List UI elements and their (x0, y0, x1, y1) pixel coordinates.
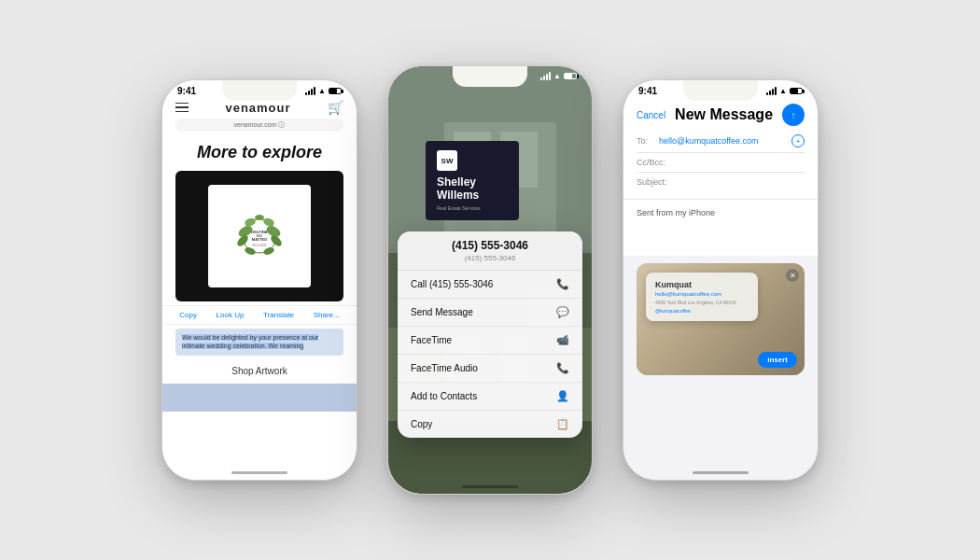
call-label: Call (415) 555-3046 (411, 279, 493, 289)
signal-icon (305, 87, 315, 95)
cart-icon[interactable]: 🛒 (328, 100, 343, 115)
battery-icon (329, 88, 342, 94)
call-icon: 📞 (556, 278, 569, 290)
status-time-3: 9:41 (638, 86, 657, 96)
card-inner: DELFINA AND MATTED 08.21.2021 (208, 185, 311, 287)
popup-add-contacts[interactable]: Add to Contacts 👤 (398, 383, 582, 411)
signal-icon-3 (766, 87, 777, 95)
message-icon: 💬 (556, 306, 569, 318)
popup-header: (415) 555-3046 (415) 555-3046 (398, 231, 582, 271)
home-indicator-3 (693, 471, 749, 474)
signal-icon-2 (540, 72, 551, 80)
share-btn[interactable]: Share... (310, 309, 343, 321)
action-popup: (415) 555-3046 (415) 555-3046 Call (415)… (398, 231, 582, 438)
biz-address: 4936 York Blvd Los Angeles, CA 90042 (655, 300, 749, 306)
body-text: Sent from my iPhone (637, 207, 805, 220)
status-icons-3: ▲ (766, 87, 803, 95)
facetime-audio-icon: 📞 (556, 362, 569, 374)
wreath-image: DELFINA AND MATTED 08.21.2021 (231, 208, 287, 264)
subject-label: Subject: (637, 177, 659, 187)
message-label: Send Message (411, 307, 473, 317)
hero-title: More to explore (175, 143, 343, 163)
svg-text:MATTED: MATTED (252, 237, 267, 242)
phone-number-sub: (415) 555-3046 (405, 254, 575, 262)
context-menu: Copy Look Up Translate Share... (162, 305, 357, 325)
highlighted-text: We would be delighted by your presence a… (182, 334, 318, 350)
insert-button[interactable]: insert (758, 352, 797, 368)
svg-point-7 (255, 215, 264, 220)
hero-section: More to explore (162, 137, 357, 171)
mail-header: Cancel New Message ↑ To: hello@kumquatco… (623, 98, 818, 200)
cc-field[interactable]: Cc/Bcc: (637, 153, 805, 173)
business-card-scanner: Kumquat hello@kumquatcoffee.com 4936 Yor… (637, 263, 805, 375)
add-recipient-button[interactable]: + (791, 134, 805, 147)
phone-number-display: (415) 555-3046 (405, 239, 575, 252)
logo-text: venamour (225, 101, 290, 115)
battery-icon-2 (564, 73, 577, 79)
facetime-audio-label: FaceTime Audio (411, 363, 478, 373)
battery-icon-3 (790, 88, 803, 94)
invitation-text: We would be delighted by your presence a… (182, 333, 337, 352)
add-contacts-icon: 👤 (556, 390, 569, 402)
svg-point-8 (244, 245, 257, 256)
wifi-icon-2: ▲ (553, 72, 561, 80)
close-card-button[interactable]: ✕ (786, 269, 799, 282)
compose-title: New Message (675, 106, 773, 123)
svg-point-9 (262, 245, 275, 256)
mail-header-top: Cancel New Message ↑ (637, 104, 805, 126)
cancel-button[interactable]: Cancel (637, 110, 665, 120)
to-label: To: (637, 136, 659, 146)
mail-body[interactable]: Sent from my iPhone (623, 200, 818, 256)
facetime-icon: 📹 (556, 334, 569, 346)
shop-label: Shop Artwork (231, 366, 287, 376)
popup-message[interactable]: Send Message 💬 (398, 299, 582, 327)
popup-facetime-audio[interactable]: FaceTime Audio 📞 (398, 355, 582, 383)
biz-name: Kumquat (655, 280, 749, 289)
status-icons-1: ▲ (305, 87, 342, 95)
to-value: hello@kumquatcoffee.com (659, 136, 791, 146)
translate-btn[interactable]: Translate (259, 309, 298, 321)
send-button[interactable]: ↑ (782, 104, 805, 126)
status-bar-2: ▲ (388, 66, 592, 82)
status-time-1: 9:41 (177, 86, 196, 96)
to-field[interactable]: To: hello@kumquatcoffee.com + (637, 130, 805, 153)
home-indicator-2 (462, 485, 518, 488)
sign-badge: SW (437, 150, 457, 171)
copy-icon-2: 📋 (556, 418, 569, 430)
business-card: Kumquat hello@kumquatcoffee.com 4936 Yor… (646, 273, 758, 321)
status-bar-1: 9:41 ▲ (162, 80, 357, 98)
url-bar[interactable]: venamour.com ⓘ (175, 119, 343, 132)
add-contacts-label: Add to Contacts (411, 391, 477, 401)
phone-3: 9:41 ▲ Cancel New Message ↑ To: hello@ku… (623, 79, 819, 481)
cc-label: Cc/Bcc: (637, 158, 659, 167)
phone-1: 9:41 ▲ venamour 🛒 venamour.com ⓘ More to… (161, 79, 357, 481)
status-icons-2: ▲ (540, 72, 577, 80)
popup-call[interactable]: Call (415) 555-3046 📞 (398, 271, 582, 299)
biz-email: hello@kumquatcoffee.com (655, 291, 749, 297)
copy-label: Copy (411, 419, 432, 429)
biz-website: @kumquatcoffee (655, 308, 749, 314)
footer-banner (162, 384, 357, 412)
product-card: DELFINA AND MATTED 08.21.2021 (175, 171, 343, 301)
sign-title: Real Estate Services (437, 205, 508, 212)
phone-2: ▲ SW Shelley Willems Real Estate Service… (387, 65, 593, 495)
copy-btn[interactable]: Copy (175, 309, 201, 321)
wifi-icon-3: ▲ (779, 87, 787, 95)
lookup-btn[interactable]: Look Up (213, 309, 248, 321)
text-preview: We would be delighted by your presence a… (175, 329, 343, 357)
realtor-sign: SW Shelley Willems Real Estate Services (426, 141, 519, 220)
nav-bar-1: venamour 🛒 (162, 98, 357, 119)
popup-copy[interactable]: Copy 📋 (398, 411, 582, 438)
status-bar-3: 9:41 ▲ (623, 80, 818, 98)
svg-text:08.21.2021: 08.21.2021 (252, 244, 266, 247)
home-indicator-1 (231, 471, 287, 474)
popup-facetime[interactable]: FaceTime 📹 (398, 327, 582, 355)
wifi-icon: ▲ (318, 87, 326, 95)
menu-icon[interactable] (175, 103, 189, 113)
subject-field[interactable]: Subject: (637, 173, 805, 191)
sign-name: Shelley Willems (437, 175, 508, 203)
shop-section[interactable]: Shop Artwork (162, 361, 357, 378)
facetime-label: FaceTime (411, 335, 452, 345)
